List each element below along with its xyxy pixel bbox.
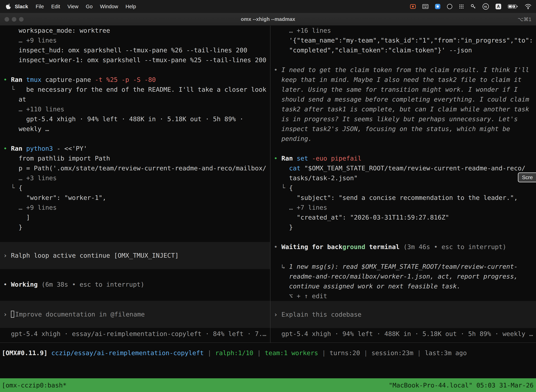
menu-app-name[interactable]: Slack bbox=[11, 4, 32, 9]
terminal-line: task2 after task1 is complete, but can I… bbox=[270, 104, 536, 114]
menu-item-help[interactable]: Help bbox=[122, 4, 140, 9]
text-segment: [OMX#0.11.9] bbox=[2, 349, 48, 356]
text-segment: task2 after task1 is complete, but can I… bbox=[281, 106, 529, 113]
text-segment: } bbox=[289, 224, 293, 231]
text-segment: pending. bbox=[281, 135, 312, 142]
terminal-line: … +9 lines bbox=[0, 36, 270, 45]
terminal-line: continue assigned work or next feasible … bbox=[270, 281, 536, 291]
apple-menu-icon[interactable] bbox=[6, 4, 11, 9]
composer-input-right[interactable]: › Explain this codebase bbox=[270, 301, 536, 328]
close-button[interactable] bbox=[5, 17, 9, 22]
terminal-line: readme-and-reco/mailbox/worker-1.json, a… bbox=[270, 271, 536, 281]
text-segment: tmux bbox=[26, 76, 42, 83]
dots-grid-icon[interactable] bbox=[459, 4, 464, 9]
text-segment: Explain this codebase bbox=[281, 311, 361, 318]
terminal-line: └ { bbox=[0, 183, 270, 193]
text-segment: '{"team_name":"my-team","task_id":"1","f… bbox=[289, 37, 533, 44]
text-segment: (3m 46s • esc to interrupt) bbox=[400, 243, 506, 250]
terminal-line: "created_at": "2026-03-31T11:59:27.816Z" bbox=[270, 213, 536, 222]
battery-gauge-icon[interactable]: 61 bbox=[483, 3, 489, 10]
text-segment: turns:20 bbox=[330, 349, 360, 356]
text-segment: | bbox=[413, 349, 425, 356]
text-segment: gpt-5.4 xhigh · essay/ai-reimplementatio… bbox=[11, 330, 266, 337]
text-segment: cczip/essay/ai-reimplementation-copyleft bbox=[51, 349, 204, 356]
wifi-icon[interactable] bbox=[525, 4, 531, 9]
tmux-panes: workspace_mode: worktree… +9 linesinspec… bbox=[0, 26, 536, 343]
window-title: omx --xhigh --madmax bbox=[241, 16, 295, 22]
zoom-button[interactable] bbox=[19, 17, 24, 22]
input-source-label: A bbox=[497, 4, 500, 9]
text-segment: later. Using the same for transition mig… bbox=[281, 86, 518, 93]
text-segment: "subject": "send a concise recommendatio… bbox=[297, 194, 518, 201]
terminal-line: inspect task2's JSON, focusing on the st… bbox=[270, 124, 536, 134]
text-segment: | bbox=[360, 349, 371, 356]
macos-menu-bar: Slack FileEditViewGoWindowHelp 61 A bbox=[0, 0, 536, 13]
text-segment: › bbox=[3, 252, 11, 259]
menu-item-window[interactable]: Window bbox=[96, 4, 122, 9]
window-controls bbox=[5, 17, 24, 22]
text-segment: 1 new msg(s): read $OMX_TEAM_STATE_ROOT/… bbox=[289, 263, 518, 270]
text-segment: tasks/task-2.json" bbox=[289, 174, 358, 182]
text-segment: • bbox=[3, 281, 11, 288]
text-segment: I need to get the claim token from the c… bbox=[281, 66, 529, 73]
text-segment: Ralph loop active continue [OMX_TMUX_INJ… bbox=[11, 252, 179, 259]
terminal-line: p = Path('.omx/state/team/review-current… bbox=[0, 163, 270, 173]
key-icon[interactable] bbox=[471, 4, 476, 9]
menu-item-go[interactable]: Go bbox=[82, 4, 96, 9]
terminal-line: • Ran set -euo pipefail bbox=[270, 154, 536, 163]
text-segment: cat bbox=[289, 165, 301, 172]
text-segment: … +3 lines bbox=[19, 174, 57, 182]
screen-recording-indicator-icon[interactable] bbox=[410, 4, 416, 9]
text-segment: "created_at": "2026-03-31T11:59:27.816Z" bbox=[297, 214, 449, 221]
terminal-line: workspace_mode: worktree bbox=[0, 26, 270, 36]
text-segment: └ bbox=[281, 184, 289, 191]
menu-items: FileEditViewGoWindowHelp bbox=[32, 4, 140, 9]
dark-app-icon[interactable] bbox=[447, 4, 452, 9]
text-segment: … +110 lines bbox=[19, 106, 64, 113]
text-segment: • bbox=[274, 243, 281, 250]
keyboard-icon[interactable] bbox=[422, 4, 428, 9]
input-source-icon[interactable]: A bbox=[496, 4, 501, 9]
text-segment: … +9 lines bbox=[19, 37, 57, 44]
text-segment: gpt-5.4 xhigh · 94% left · 488K in · 5.1… bbox=[281, 330, 533, 337]
text-segment: inspect_hud: omx sparkshell --tmux-pane … bbox=[19, 47, 247, 54]
text-segment bbox=[22, 145, 26, 152]
terminal-line: later. Using the same for transition mig… bbox=[270, 85, 536, 94]
text-segment: "completed","claim_token":"claim-token"}… bbox=[289, 47, 472, 54]
text-segment: ] bbox=[26, 214, 30, 221]
terminal-line: └ { bbox=[270, 183, 536, 193]
menu-item-view[interactable]: View bbox=[64, 4, 82, 9]
text-segment: keep that in mind. Maybe I also need the… bbox=[281, 76, 522, 83]
terminal-line: "subject": "send a concise recommendatio… bbox=[270, 193, 536, 203]
tmux-session-info: [omx-cczip0:bash* bbox=[0, 382, 67, 389]
text-segment: Improve documentation in @filename bbox=[15, 311, 145, 318]
terminal-pane-left[interactable]: workspace_mode: worktree… +9 linesinspec… bbox=[0, 26, 270, 342]
text-segment: python3 bbox=[26, 145, 53, 152]
menu-item-edit[interactable]: Edit bbox=[48, 4, 64, 9]
terminal-line: … +110 lines bbox=[0, 104, 270, 114]
screen-notification-tooltip: Scre bbox=[518, 173, 536, 182]
terminal-line: ↳ 1 new msg(s): read $OMX_TEAM_STATE_ROO… bbox=[270, 262, 536, 271]
menu-item-file[interactable]: File bbox=[32, 4, 48, 9]
window-title-bar[interactable]: omx --xhigh --madmax ⌥⌘1 bbox=[0, 13, 536, 26]
minimize-button[interactable] bbox=[12, 17, 16, 22]
terminal-line: "worker": "worker-1", bbox=[0, 193, 270, 203]
tmux-status-bar: [omx-cczip0:bash* "MacBook-Pro-44.local"… bbox=[0, 378, 536, 392]
text-segment: ⌥ + ↑ edit bbox=[289, 292, 327, 300]
terminal-line: inspect_hud: omx sparkshell --tmux-pane … bbox=[0, 45, 270, 55]
text-segment: | bbox=[254, 349, 265, 356]
menu-bar-status-icons: 61 A bbox=[410, 3, 536, 10]
text-segment: • bbox=[274, 66, 281, 73]
battery-icon[interactable] bbox=[508, 4, 518, 9]
gauge-value: 61 bbox=[484, 5, 487, 8]
text-segment: weekly … bbox=[19, 125, 49, 132]
composer-input-left[interactable]: › Improve documentation in @filename bbox=[0, 301, 270, 328]
terminal-pane-right[interactable]: … +16 lines'{"team_name":"my-team","task… bbox=[270, 26, 536, 342]
blue-app-icon[interactable] bbox=[435, 4, 440, 9]
text-segment: Waiting for back bbox=[281, 243, 342, 250]
text-segment: team:1 workers bbox=[265, 349, 318, 356]
terminal-line: ] bbox=[0, 213, 270, 222]
text-segment bbox=[308, 155, 312, 162]
terminal-line: cat "$OMX_TEAM_STATE_ROOT/team/review-cu… bbox=[270, 163, 536, 173]
text-segment: inspect_worker-1: omx sparkshell --tmux-… bbox=[19, 56, 266, 64]
